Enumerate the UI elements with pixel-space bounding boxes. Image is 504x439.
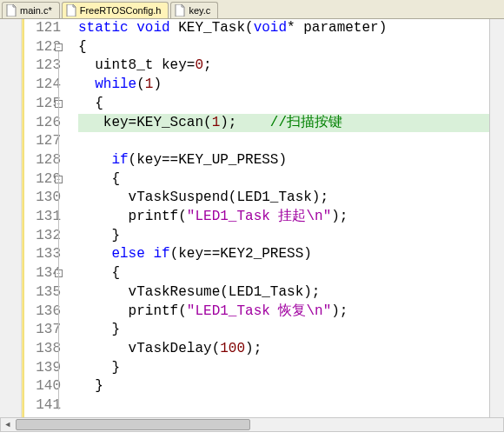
file-icon xyxy=(6,4,17,17)
file-icon xyxy=(175,4,185,17)
fold-toggle-icon[interactable]: − xyxy=(55,43,63,51)
code-line[interactable]: vTaskDelay(100); xyxy=(78,340,489,359)
code-area[interactable]: static void KEY_Task(void* parameter) { … xyxy=(78,19,489,416)
code-line[interactable]: } xyxy=(78,227,489,246)
fold-column: −−−− xyxy=(54,19,66,417)
code-line[interactable]: } xyxy=(78,321,489,340)
file-icon xyxy=(66,4,76,17)
scrollbar-thumb[interactable] xyxy=(16,419,250,430)
code-line[interactable]: { xyxy=(78,38,489,57)
tab-bar: main.c*FreeRTOSConfig.hkey.c xyxy=(0,0,504,19)
code-line[interactable]: } xyxy=(78,377,489,396)
tab-label: FreeRTOSConfig.h xyxy=(80,5,162,16)
code-line[interactable]: { xyxy=(78,264,489,283)
code-line[interactable]: static void KEY_Task(void* parameter) xyxy=(78,19,489,38)
tab-key-c[interactable]: key.c xyxy=(170,2,218,18)
horizontal-scrollbar[interactable]: ◄ xyxy=(0,417,504,432)
tab-freertosconfig-h[interactable]: FreeRTOSConfig.h xyxy=(62,2,169,18)
change-marker xyxy=(22,19,24,417)
code-line[interactable]: } xyxy=(78,359,489,378)
code-line[interactable]: vTaskResume(LED1_Task); xyxy=(78,283,489,303)
code-line[interactable]: if(key==KEY_UP_PRESS) xyxy=(78,151,489,170)
tab-label: main.c* xyxy=(20,5,52,16)
line-margin xyxy=(0,19,22,417)
code-line[interactable]: printf("LED1_Task 挂起\n"); xyxy=(78,208,489,227)
code-line[interactable] xyxy=(78,132,489,151)
tab-label: key.c xyxy=(189,5,210,16)
code-line[interactable]: vTaskSuspend(LED1_Task); xyxy=(78,189,489,208)
code-line[interactable]: { xyxy=(78,95,489,114)
code-line[interactable] xyxy=(78,396,489,416)
editor: 1211221231241251261271281291301311321331… xyxy=(0,19,504,417)
code-line[interactable]: { xyxy=(78,170,489,190)
vertical-scrollbar[interactable] xyxy=(489,19,504,417)
fold-guide xyxy=(58,51,59,409)
code-line[interactable]: else if(key==KEY2_PRESS) xyxy=(78,245,489,264)
code-line[interactable]: key=KEY_Scan(1); //扫描按键 xyxy=(78,114,489,133)
scroll-left-icon[interactable]: ◄ xyxy=(1,418,15,431)
code-line[interactable]: printf("LED1_Task 恢复\n"); xyxy=(78,303,489,322)
tab-main-c-[interactable]: main.c* xyxy=(2,2,60,18)
code-line[interactable]: uint8_t key=0; xyxy=(78,57,489,76)
code-wrap: −−−− static void KEY_Task(void* paramete… xyxy=(66,19,489,417)
code-line[interactable]: while(1) xyxy=(78,76,489,95)
